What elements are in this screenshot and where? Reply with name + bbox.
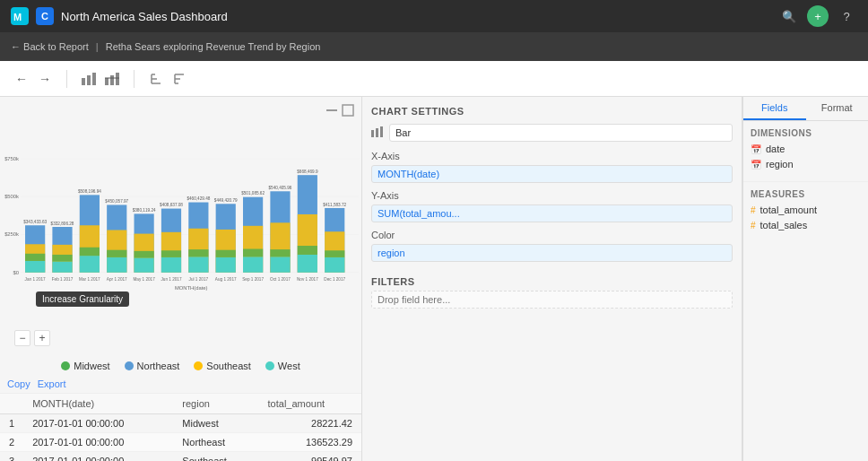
svg-text:$501,085.62: $501,085.62 <box>241 191 265 196</box>
svg-text:$380,119.24: $380,119.24 <box>133 208 156 213</box>
northeast-color <box>125 361 134 370</box>
sort-asc-button[interactable] <box>145 68 167 90</box>
minimize-icon[interactable] <box>326 104 338 119</box>
amount-column-header[interactable]: total_amount <box>259 394 361 414</box>
forward-button[interactable]: → <box>34 68 56 90</box>
tab-format[interactable]: Format <box>806 97 869 120</box>
resize-controls <box>326 104 354 119</box>
svg-text:Apr 1 2017: Apr 1 2017 <box>107 277 127 282</box>
tab-fields[interactable]: Fields <box>743 97 806 120</box>
svg-text:Jun 1 2017: Jun 1 2017 <box>161 277 181 282</box>
legend-northeast: Northeast <box>125 361 180 371</box>
measures-title: MEASURES <box>751 189 861 199</box>
breadcrumb-context: Retha Sears exploring Revenue Trend by R… <box>106 41 321 52</box>
chart-type-select[interactable]: Bar Line Area Pie <box>389 124 733 142</box>
calendar-icon-date: 📅 <box>751 144 761 154</box>
toolbar-separator-1 <box>66 70 67 88</box>
chart-legend: Midwest Northeast Southeast West <box>0 357 361 377</box>
svg-text:Dec 1 2017: Dec 1 2017 <box>324 277 345 282</box>
field-date[interactable]: 📅 date <box>751 144 861 154</box>
settings-panel: CHART SETTINGS Bar Line Area Pie X-Axis … <box>361 97 742 461</box>
field-total-sales[interactable]: # total_sales <box>751 220 861 230</box>
midwest-color <box>61 361 70 370</box>
chart-and-table: $750k $500k $250k $0 $343,4 <box>0 97 361 461</box>
add-icon[interactable]: + <box>807 5 829 27</box>
svg-rect-62 <box>188 257 208 273</box>
svg-text:$450,057.97: $450,057.97 <box>105 199 128 204</box>
svg-text:$408,637.08: $408,637.08 <box>160 203 183 207</box>
date-column-header[interactable]: MONTH(date) <box>23 394 173 414</box>
svg-rect-99 <box>371 130 374 137</box>
color-label: Color <box>371 230 733 240</box>
cell-region: Midwest <box>173 414 258 433</box>
table-toolbar: Copy Export <box>0 375 361 394</box>
chart-panel: $750k $500k $250k $0 $343,4 <box>0 97 361 461</box>
nav-buttons: ← → <box>11 68 56 90</box>
svg-rect-27 <box>25 254 45 261</box>
x-axis-select[interactable]: MONTH(date) <box>371 165 733 183</box>
legend-west: West <box>265 361 300 371</box>
field-region[interactable]: 📅 region <box>751 159 861 170</box>
cell-region: Northeast <box>173 433 258 452</box>
filters-title: FILTERS <box>371 276 733 287</box>
table-row: 2 2017-01-01 00:00:00 Northeast 136523.2… <box>0 433 361 452</box>
chart-type-button[interactable] <box>78 68 100 90</box>
help-icon[interactable]: ? <box>836 5 857 27</box>
svg-text:Feb 1 2017: Feb 1 2017 <box>52 277 74 282</box>
svg-rect-2 <box>87 75 91 85</box>
toolbar: ← → <box>0 61 868 97</box>
svg-rect-3 <box>92 73 96 85</box>
legend-midwest: Midwest <box>61 361 109 371</box>
svg-rect-50 <box>135 257 154 272</box>
field-total-sales-label: total_sales <box>760 220 808 230</box>
svg-rect-4 <box>105 78 108 85</box>
fields-tabs: Fields Format <box>743 97 868 121</box>
chart-section: $750k $500k $250k $0 $343,4 <box>0 97 361 375</box>
main-layout: $750k $500k $250k $0 $343,4 <box>0 97 868 461</box>
west-label: West <box>278 361 300 371</box>
copy-button[interactable]: Copy <box>7 378 30 389</box>
svg-text:$250k: $250k <box>4 232 19 238</box>
export-button[interactable]: Export <box>38 378 66 389</box>
svg-text:$508,196.94: $508,196.94 <box>78 189 101 194</box>
southeast-color <box>194 361 203 370</box>
page-title: North America Sales Dashboard <box>61 10 771 23</box>
midwest-label: Midwest <box>74 361 109 371</box>
svg-rect-5 <box>110 75 114 85</box>
chart-settings-title: CHART SETTINGS <box>371 106 733 117</box>
southeast-label: Southeast <box>206 361 251 371</box>
svg-text:Jul 1 2017: Jul 1 2017 <box>189 277 209 282</box>
svg-text:$449,420.79: $449,420.79 <box>214 198 238 203</box>
svg-text:$500k: $500k <box>4 194 19 199</box>
back-to-report-link[interactable]: ← Back to Report <box>11 41 89 52</box>
y-axis-select[interactable]: SUM(total_amou... <box>371 204 733 222</box>
color-select[interactable]: region <box>371 244 733 262</box>
increase-granularity-button[interactable]: + <box>34 330 50 346</box>
product-icon: C <box>36 7 54 25</box>
svg-rect-86 <box>298 255 317 273</box>
row-number: 2 <box>0 433 23 452</box>
hash-icon-sales: # <box>751 221 756 230</box>
maximize-icon[interactable] <box>342 104 354 119</box>
svg-rect-68 <box>216 257 236 273</box>
svg-rect-100 <box>376 128 378 137</box>
filter-drop-field[interactable] <box>371 291 733 309</box>
table-section: Copy Export MONTH(date) region total_amo… <box>0 375 361 461</box>
svg-text:$332,806.28: $332,806.28 <box>51 222 74 226</box>
svg-rect-45 <box>107 250 126 257</box>
search-icon[interactable]: 🔍 <box>778 5 800 27</box>
svg-rect-101 <box>380 126 383 137</box>
field-total-amount[interactable]: # total_amount <box>751 204 861 215</box>
svg-text:Sep 1 2017: Sep 1 2017 <box>242 277 264 282</box>
dimensions-title: DIMENSIONS <box>751 128 861 138</box>
sort-desc-button[interactable] <box>169 68 190 90</box>
table-row: 3 2017-01-01 00:00:00 Southeast 99549.97 <box>0 452 361 462</box>
svg-rect-81 <box>270 249 290 257</box>
chart-settings-button[interactable] <box>101 68 123 90</box>
back-button[interactable]: ← <box>11 68 32 90</box>
decrease-granularity-button[interactable]: − <box>14 330 30 346</box>
svg-text:Oct 1 2017: Oct 1 2017 <box>270 277 291 282</box>
chart-tools <box>78 68 123 90</box>
bar-chart-icon <box>371 126 384 140</box>
region-column-header[interactable]: region <box>173 394 258 414</box>
